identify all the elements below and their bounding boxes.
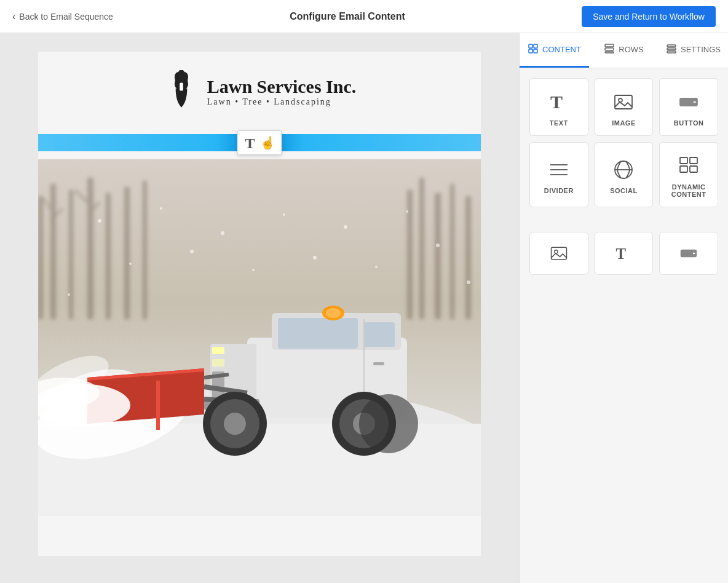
logo-section: Lawn Services Inc. Lawn • Tree • Landsca… bbox=[38, 52, 481, 125]
text-T-icon: T bbox=[244, 135, 258, 151]
svg-rect-16 bbox=[450, 184, 454, 319]
small-block-button[interactable] bbox=[659, 232, 718, 275]
svg-point-55 bbox=[221, 231, 224, 235]
content-tab-icon bbox=[528, 43, 539, 56]
drag-drop-row[interactable]: T ☝️ bbox=[38, 125, 481, 159]
block-divider[interactable]: DIVIDER bbox=[529, 142, 588, 207]
svg-rect-35 bbox=[212, 359, 224, 367]
svg-rect-13 bbox=[407, 190, 413, 319]
text-block-icon: T bbox=[547, 90, 571, 114]
svg-point-62 bbox=[252, 269, 255, 271]
svg-rect-70 bbox=[534, 49, 537, 53]
svg-rect-6 bbox=[38, 196, 43, 319]
divider-block-icon bbox=[547, 157, 571, 182]
block-image[interactable]: IMAGE bbox=[595, 78, 654, 136]
svg-text:T: T bbox=[550, 92, 563, 112]
dynamic-content-block-label: DYNAMIC CONTENT bbox=[666, 183, 711, 198]
svg-rect-88 bbox=[680, 166, 687, 172]
image-block-label: IMAGE bbox=[612, 119, 636, 127]
tab-rows[interactable]: ROWS bbox=[589, 33, 659, 68]
tab-settings-label: SETTINGS bbox=[681, 45, 721, 54]
tab-content[interactable]: CONTENT bbox=[520, 33, 589, 68]
svg-rect-89 bbox=[690, 166, 697, 172]
company-name: Lawn Services Inc. bbox=[207, 76, 357, 97]
content-blocks-grid: T TEXT IMAGE bbox=[520, 68, 728, 285]
snow-plow-image bbox=[38, 159, 481, 516]
divider-block-label: DIVIDER bbox=[544, 187, 574, 194]
svg-point-57 bbox=[344, 225, 347, 229]
small-image-icon bbox=[547, 241, 571, 266]
drag-widget: T ☝️ bbox=[237, 130, 282, 155]
svg-point-54 bbox=[160, 207, 162, 210]
block-social[interactable]: SOCIAL bbox=[595, 142, 654, 207]
block-button[interactable]: BUTTON bbox=[659, 78, 718, 136]
svg-rect-7 bbox=[50, 184, 56, 319]
text-block-label: TEXT bbox=[550, 119, 568, 127]
svg-rect-10 bbox=[106, 193, 111, 319]
svg-point-63 bbox=[313, 256, 317, 260]
svg-rect-32 bbox=[373, 362, 384, 365]
tab-rows-label: ROWS bbox=[619, 45, 643, 54]
svg-rect-87 bbox=[690, 157, 697, 164]
tab-settings[interactable]: SETTINGS bbox=[659, 33, 728, 68]
svg-rect-15 bbox=[435, 193, 441, 319]
back-link[interactable]: ‹ Back to Email Sequence bbox=[12, 11, 113, 22]
svg-point-56 bbox=[283, 213, 285, 216]
svg-rect-74 bbox=[667, 45, 676, 47]
back-label: Back to Email Sequence bbox=[19, 12, 113, 22]
svg-point-64 bbox=[375, 266, 378, 268]
right-panel: CONTENT ROWS bbox=[519, 33, 728, 583]
small-text-icon: T bbox=[611, 241, 636, 266]
svg-point-91 bbox=[555, 250, 558, 253]
rows-tab-icon bbox=[604, 43, 615, 56]
logo-text-group: Lawn Services Inc. Lawn • Tree • Landsca… bbox=[207, 76, 357, 107]
svg-point-53 bbox=[98, 219, 101, 223]
block-text[interactable]: T TEXT bbox=[529, 78, 588, 136]
svg-point-60 bbox=[129, 263, 132, 265]
tab-content-label: CONTENT bbox=[542, 45, 581, 54]
email-canvas: Lawn Services Inc. Lawn • Tree • Landsca… bbox=[38, 52, 481, 556]
svg-rect-73 bbox=[605, 52, 614, 53]
svg-rect-30 bbox=[364, 322, 395, 347]
page-title: Configure Email Content bbox=[290, 11, 405, 22]
svg-rect-34 bbox=[212, 347, 224, 354]
svg-point-58 bbox=[406, 210, 408, 213]
svg-point-59 bbox=[436, 244, 440, 247]
block-dynamic-content[interactable]: DYNAMIC CONTENT bbox=[659, 142, 718, 207]
svg-point-66 bbox=[68, 293, 70, 296]
dynamic-block-icon bbox=[676, 154, 701, 178]
company-tagline: Lawn • Tree • Landscaping bbox=[207, 97, 357, 107]
svg-point-39 bbox=[326, 308, 341, 318]
svg-rect-29 bbox=[278, 318, 358, 349]
small-button-icon bbox=[676, 241, 701, 266]
svg-rect-71 bbox=[605, 44, 614, 47]
svg-rect-86 bbox=[680, 157, 687, 164]
svg-rect-68 bbox=[534, 44, 537, 48]
app-header: ‹ Back to Email Sequence Configure Email… bbox=[0, 0, 728, 33]
svg-rect-9 bbox=[87, 178, 93, 319]
social-block-icon bbox=[611, 157, 636, 182]
svg-point-49 bbox=[359, 394, 418, 453]
svg-rect-12 bbox=[143, 181, 147, 319]
panel-tabs: CONTENT ROWS bbox=[520, 33, 728, 68]
social-block-label: SOCIAL bbox=[610, 187, 638, 194]
svg-rect-90 bbox=[551, 247, 566, 260]
svg-point-65 bbox=[467, 280, 470, 284]
snow-scene-svg bbox=[38, 159, 481, 516]
back-arrow-icon: ‹ bbox=[12, 11, 15, 22]
svg-rect-69 bbox=[529, 49, 532, 53]
cursor-hand-icon: ☝️ bbox=[260, 135, 275, 150]
svg-point-45 bbox=[224, 413, 246, 435]
main-layout: Lawn Services Inc. Lawn • Tree • Landsca… bbox=[0, 33, 728, 583]
svg-rect-72 bbox=[605, 48, 614, 50]
image-block-icon bbox=[611, 90, 636, 114]
settings-tab-icon bbox=[666, 43, 677, 56]
svg-rect-76 bbox=[667, 51, 676, 53]
svg-text:T: T bbox=[616, 245, 627, 262]
svg-point-79 bbox=[619, 98, 622, 102]
save-button[interactable]: Save and Return to Workflow bbox=[582, 6, 716, 27]
button-block-label: BUTTON bbox=[674, 119, 704, 127]
svg-rect-50 bbox=[156, 381, 160, 430]
small-block-text[interactable]: T bbox=[595, 232, 654, 275]
small-block-image[interactable] bbox=[529, 232, 588, 275]
